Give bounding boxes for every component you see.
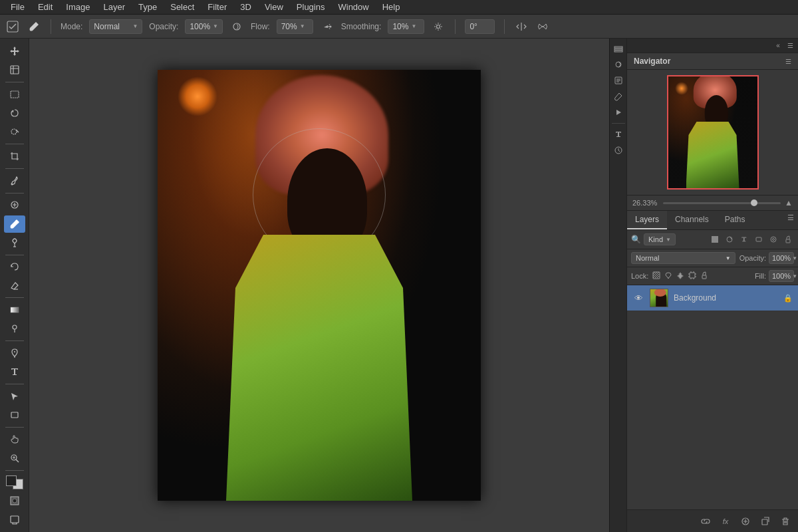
menu-type[interactable]: Type [133,1,162,13]
menu-file[interactable]: File [5,1,30,13]
crop-tool[interactable] [4,148,25,165]
rectangle-shape-tool[interactable] [4,406,25,424]
eyedropper-tool[interactable] [4,172,25,190]
brush-tool[interactable] [4,215,25,233]
lock-all-btn[interactable] [700,271,708,281]
toolbar-sep-5 [5,255,24,255]
panel-menu-btn[interactable]: ☰ [785,41,795,51]
layers-list[interactable]: 👁 Background 🔒 [627,285,798,509]
menu-window[interactable]: Window [332,1,374,13]
delete-layer-btn[interactable] [778,514,793,529]
zoom-tool[interactable] [4,450,25,467]
lock-label: Lock: [631,272,648,280]
layer-visibility-toggle[interactable]: 👁 [632,292,644,304]
smoothing-value[interactable]: 10% ▼ [388,19,424,34]
tab-channels[interactable]: Channels [667,211,717,229]
menu-help[interactable]: Help [377,1,406,13]
opacity-value[interactable]: 100% ▼ [185,19,223,34]
healing-brush-tool[interactable] [4,196,25,213]
layer-item-background[interactable]: 👁 Background 🔒 [627,285,798,311]
svg-point-6 [11,129,17,134]
path-selection-tool[interactable] [4,388,25,405]
butterfly-icon[interactable] [535,19,550,34]
menu-3d[interactable]: 3D [235,1,257,13]
panel-icon-play[interactable] [611,105,626,120]
dodge-tool[interactable] [4,320,25,337]
brush-icon[interactable] [27,19,41,34]
hand-tool[interactable] [4,431,25,448]
angle-value[interactable]: 0° [465,19,495,34]
menu-layer[interactable]: Layer [98,1,131,13]
filter-smart-icon[interactable] [767,233,779,245]
panel-collapse-btn[interactable]: « [773,41,783,51]
fill-input[interactable]: 100% ▼ [769,270,794,282]
filter-shape-icon[interactable] [753,233,765,245]
svg-rect-9 [11,307,19,313]
filter-adjust-icon[interactable] [724,233,735,245]
svg-rect-5 [11,91,19,98]
flow-value[interactable]: 70% ▼ [277,19,313,34]
symmetry-icon[interactable] [514,19,529,34]
lasso-tool[interactable] [4,104,25,122]
quick-select-tool[interactable] [4,123,25,140]
menu-image[interactable]: Image [61,1,95,13]
text-tool[interactable] [4,363,25,380]
quick-mask-mode[interactable] [4,492,25,509]
tab-paths[interactable]: Paths [717,211,753,229]
move-tool[interactable] [4,43,25,60]
filter-icon-group [709,233,794,245]
lock-paint-btn[interactable] [664,271,672,281]
color-swatches[interactable] [6,475,23,489]
navigator-menu-btn[interactable]: ☰ [785,58,791,65]
new-fill-layer-btn[interactable] [738,514,753,529]
opacity-input[interactable]: 100% ▼ [769,252,794,264]
history-brush-tool[interactable] [4,258,25,275]
blend-mode-dropdown[interactable]: Normal ▼ [631,252,735,264]
layers-panel-menu-btn[interactable]: ☰ [783,211,798,229]
gradient-tool[interactable] [4,301,25,319]
menu-plugins[interactable]: Plugins [291,1,331,13]
pen-tool[interactable] [4,344,25,362]
right-panel: « ☰ Navigator ☰ [626,39,798,532]
smoothing-settings-icon[interactable] [431,19,446,34]
menu-edit[interactable]: Edit [33,1,58,13]
artboard-tool[interactable] [4,61,25,78]
menu-view[interactable]: View [259,1,289,13]
menu-filter[interactable]: Filter [202,1,232,13]
panel-icon-history[interactable] [611,143,626,158]
airbrush-icon[interactable] [320,19,334,34]
fx-btn[interactable]: fx [718,514,733,529]
svg-rect-16 [11,516,19,523]
lock-position-btn[interactable] [676,271,684,281]
canvas-area[interactable] [29,39,609,532]
rectangular-marquee-tool[interactable] [4,86,25,103]
layer-name: Background [674,293,778,303]
new-layer-btn[interactable] [758,514,773,529]
screen-mode[interactable] [4,511,25,528]
filter-text-icon[interactable] [738,233,750,245]
toolbar-sep-4 [5,193,24,194]
toolbar-sep-9 [5,427,24,428]
filter-kind-dropdown[interactable]: Kind ▼ [644,233,676,245]
link-layers-btn[interactable] [698,514,713,529]
tab-layers[interactable]: Layers [627,211,667,229]
panel-icon-character[interactable] [611,127,626,142]
panel-icon-adjust[interactable] [611,57,626,72]
zoom-slider[interactable] [663,202,781,204]
lock-artboard-btn[interactable] [688,271,696,281]
panel-icon-layers[interactable] [611,41,626,56]
filter-lock-icon[interactable] [782,233,794,245]
lock-transparency-btn[interactable] [652,271,660,281]
smoothing-arrow-icon: ▼ [411,23,416,29]
pressure-icon[interactable] [229,19,244,34]
opacity-val: 100% [772,254,791,262]
mode-dropdown[interactable]: Normal ▼ [89,19,142,34]
svg-rect-25 [756,237,761,241]
eraser-tool[interactable] [4,277,25,294]
menu-select[interactable]: Select [165,1,200,13]
filter-pixel-icon[interactable] [709,233,721,245]
photo-canvas [158,70,481,501]
clone-stamp-tool[interactable] [4,234,25,251]
panel-icon-properties[interactable] [611,73,626,88]
panel-icon-brush[interactable] [611,89,626,104]
